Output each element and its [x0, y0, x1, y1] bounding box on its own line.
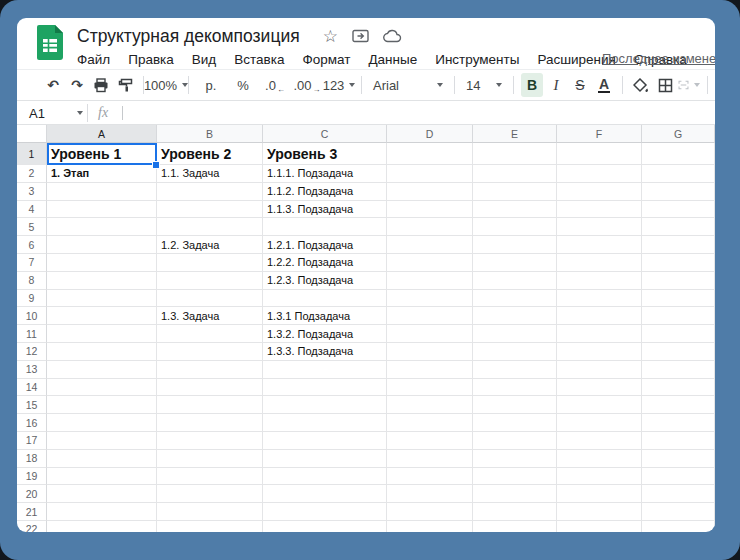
cell-G10[interactable]	[642, 307, 715, 325]
cell-A4[interactable]	[47, 201, 157, 219]
cell-B7[interactable]	[157, 254, 263, 272]
cell-C18[interactable]	[263, 450, 387, 468]
grid-corner[interactable]	[17, 125, 47, 143]
row-header-17[interactable]: 17	[17, 432, 47, 450]
cell-F18[interactable]	[557, 450, 642, 468]
cell-C17[interactable]	[263, 432, 387, 450]
cell-E12[interactable]	[473, 343, 557, 361]
cell-A1[interactable]: Уровень 1	[47, 143, 157, 165]
cell-E3[interactable]	[473, 183, 557, 201]
row-header-2[interactable]: 2	[17, 165, 47, 183]
cell-C6[interactable]: 1.2.1. Подзадача	[263, 236, 387, 254]
cell-D7[interactable]	[387, 254, 473, 272]
cell-C11[interactable]: 1.3.2. Подзадача	[263, 325, 387, 343]
cell-E14[interactable]	[473, 379, 557, 397]
strikethrough-button[interactable]: S	[569, 73, 591, 97]
paint-format-icon[interactable]	[114, 73, 136, 97]
cell-D3[interactable]	[387, 183, 473, 201]
cell-F5[interactable]	[557, 218, 642, 236]
cell-F3[interactable]	[557, 183, 642, 201]
cell-B16[interactable]	[157, 414, 263, 432]
percent-format-button[interactable]: %	[228, 73, 258, 97]
row-header-5[interactable]: 5	[17, 218, 47, 236]
row-header-13[interactable]: 13	[17, 361, 47, 379]
cell-G21[interactable]	[642, 503, 715, 521]
cell-C7[interactable]: 1.2.2. Подзадача	[263, 254, 387, 272]
cell-C16[interactable]	[263, 414, 387, 432]
cell-B13[interactable]	[157, 361, 263, 379]
cell-C2[interactable]: 1.1.1. Подзадача	[263, 165, 387, 183]
cell-G12[interactable]	[642, 343, 715, 361]
cell-G5[interactable]	[642, 218, 715, 236]
text-color-button[interactable]: A	[593, 73, 615, 97]
cell-E5[interactable]	[473, 218, 557, 236]
menu-format[interactable]: Формат	[293, 52, 359, 67]
row-header-14[interactable]: 14	[17, 379, 47, 397]
row-header-15[interactable]: 15	[17, 396, 47, 414]
cell-A14[interactable]	[47, 379, 157, 397]
cell-D8[interactable]	[387, 272, 473, 290]
menu-tools[interactable]: Инструменты	[426, 52, 528, 67]
redo-icon[interactable]: ↷	[66, 73, 88, 97]
cell-C3[interactable]: 1.1.2. Подзадача	[263, 183, 387, 201]
cell-E17[interactable]	[473, 432, 557, 450]
cell-E20[interactable]	[473, 485, 557, 503]
cell-G16[interactable]	[642, 414, 715, 432]
cell-G13[interactable]	[642, 361, 715, 379]
cell-F11[interactable]	[557, 325, 642, 343]
row-header-7[interactable]: 7	[17, 254, 47, 272]
menu-data[interactable]: Данные	[359, 52, 426, 67]
cell-B15[interactable]	[157, 396, 263, 414]
cell-B3[interactable]	[157, 183, 263, 201]
cell-D16[interactable]	[387, 414, 473, 432]
cell-E1[interactable]	[473, 143, 557, 165]
column-header-A[interactable]: A	[47, 125, 157, 143]
fill-color-icon[interactable]	[630, 73, 652, 97]
cell-A13[interactable]	[47, 361, 157, 379]
cell-E6[interactable]	[473, 236, 557, 254]
cell-D20[interactable]	[387, 485, 473, 503]
cell-B10[interactable]: 1.3. Задача	[157, 307, 263, 325]
cell-F16[interactable]	[557, 414, 642, 432]
cell-E8[interactable]	[473, 272, 557, 290]
cell-B2[interactable]: 1.1. Задача	[157, 165, 263, 183]
cell-C19[interactable]	[263, 468, 387, 486]
cell-B21[interactable]	[157, 503, 263, 521]
cell-D14[interactable]	[387, 379, 473, 397]
cell-B5[interactable]	[157, 218, 263, 236]
cell-C9[interactable]	[263, 290, 387, 308]
column-header-C[interactable]: C	[263, 125, 387, 143]
cell-D6[interactable]	[387, 236, 473, 254]
menu-file[interactable]: Файл	[68, 52, 119, 67]
cell-C10[interactable]: 1.3.1 Подзадача	[263, 307, 387, 325]
star-icon[interactable]: ☆	[323, 26, 338, 47]
cell-A3[interactable]	[47, 183, 157, 201]
undo-icon[interactable]: ↶	[42, 73, 64, 97]
cell-A7[interactable]	[47, 254, 157, 272]
cell-C12[interactable]: 1.3.3. Подзадача	[263, 343, 387, 361]
cell-C22[interactable]	[263, 521, 387, 532]
cell-C8[interactable]: 1.2.3. Подзадача	[263, 272, 387, 290]
cell-D13[interactable]	[387, 361, 473, 379]
increase-decimal-button[interactable]: .00→	[292, 73, 322, 97]
decrease-decimal-button[interactable]: .0←	[260, 73, 290, 97]
cell-E22[interactable]	[473, 521, 557, 532]
column-header-E[interactable]: E	[473, 125, 557, 143]
cell-B6[interactable]: 1.2. Задача	[157, 236, 263, 254]
cell-E7[interactable]	[473, 254, 557, 272]
cell-F4[interactable]	[557, 201, 642, 219]
sheets-logo-icon[interactable]	[37, 25, 63, 60]
row-header-22[interactable]: 22	[17, 521, 47, 532]
cell-E11[interactable]	[473, 325, 557, 343]
cell-A11[interactable]	[47, 325, 157, 343]
row-header-1[interactable]: 1	[17, 143, 47, 165]
cell-A21[interactable]	[47, 503, 157, 521]
cell-F22[interactable]	[557, 521, 642, 532]
cell-F7[interactable]	[557, 254, 642, 272]
cell-B17[interactable]	[157, 432, 263, 450]
cell-D5[interactable]	[387, 218, 473, 236]
row-header-9[interactable]: 9	[17, 290, 47, 308]
cell-D21[interactable]	[387, 503, 473, 521]
borders-icon[interactable]	[654, 73, 676, 97]
cell-B11[interactable]	[157, 325, 263, 343]
